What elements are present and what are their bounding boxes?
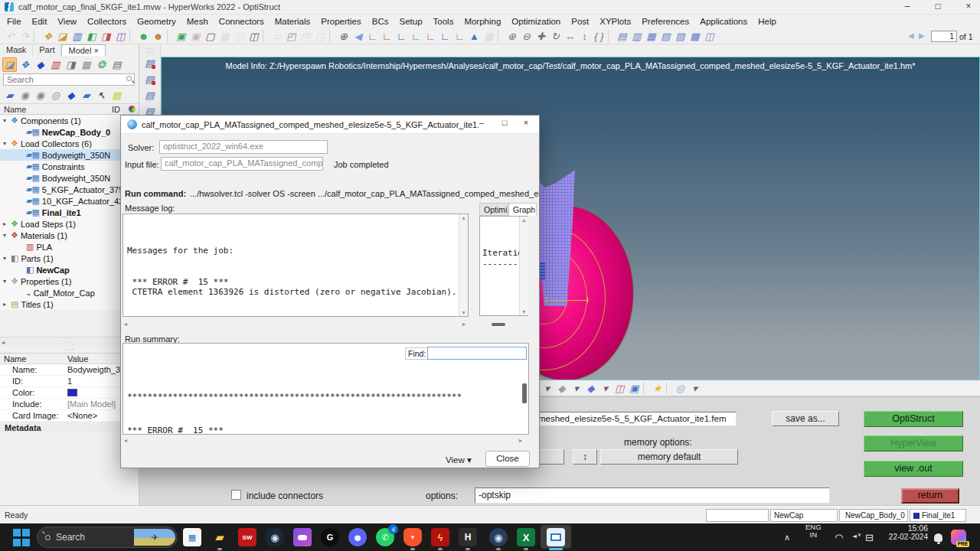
paste-icon[interactable]: ◳	[299, 29, 313, 43]
highlight-icon[interactable]: ▦	[109, 88, 124, 103]
excel-icon[interactable]: X	[517, 528, 535, 546]
display-toolbar-icon[interactable]	[666, 382, 671, 394]
component-view-icon[interactable]: ◆	[33, 57, 47, 72]
menu-morphing[interactable]: Morphing	[459, 15, 506, 28]
toolbar-icon[interactable]	[329, 30, 335, 42]
menu-xyplots[interactable]: XYPlots	[594, 15, 636, 28]
run-summary-scroll-left-icon[interactable]: ◂	[124, 437, 127, 444]
entity-tree-icon[interactable]: ❖	[18, 57, 32, 72]
toolbar-icon[interactable]	[34, 30, 39, 42]
expand-arrow-icon[interactable]: ▾	[3, 255, 11, 262]
menu-connectors[interactable]: Connectors	[214, 15, 270, 28]
zoom-in-icon[interactable]: ⊕	[505, 29, 519, 43]
steam-icon[interactable]: ◉	[266, 528, 284, 546]
pointer-icon[interactable]: ↖	[94, 88, 109, 103]
previous-view-icon[interactable]: ◀	[351, 29, 365, 43]
entity-dropdown-icon[interactable]: ▾	[540, 381, 554, 395]
tree-header-name[interactable]: Name	[0, 105, 112, 114]
tab-close-icon[interactable]: ×	[94, 46, 99, 55]
tree-hscrollbar[interactable]: ◂···▸	[0, 337, 139, 347]
optistruct-button[interactable]: OptiStruct	[864, 411, 963, 427]
layout-1-icon[interactable]: ▤	[615, 29, 629, 43]
whatsapp-icon[interactable]: ✆4	[376, 528, 394, 546]
menu-collectors[interactable]: Collectors	[82, 15, 132, 28]
volume-muted-icon[interactable]	[850, 523, 861, 551]
menu-view[interactable]: View	[52, 15, 82, 28]
expand-arrow-icon[interactable]: ▾	[3, 232, 11, 239]
menu-geometry[interactable]: Geometry	[132, 15, 181, 28]
menu-tools[interactable]: Tools	[428, 15, 459, 28]
axis-zy-icon[interactable]: ∟	[423, 29, 438, 43]
tab-graph[interactable]: Graph	[508, 203, 537, 216]
window-icon[interactable]: ▢	[203, 29, 217, 43]
window-split-icon[interactable]: ◫	[232, 29, 247, 43]
notification-bell-icon[interactable]	[934, 523, 942, 551]
maximize-button[interactable]: □	[925, 0, 951, 15]
dialog-input-file-field[interactable]: calf_motor_cap_PLA_MATassigned_comped_me	[161, 157, 323, 171]
tray-chevron[interactable]: ∧	[784, 523, 790, 551]
monitor-icon[interactable]: ▣	[627, 381, 642, 395]
page-next-icon[interactable]: ▶	[919, 31, 925, 40]
axis-yx-icon[interactable]: ∟	[380, 29, 394, 43]
color-swatch[interactable]	[67, 389, 77, 396]
tree-item[interactable]: ▾ ❖ Properties (1)	[0, 276, 139, 287]
entity-row[interactable]: Card Image: <None>	[0, 410, 139, 422]
layout-3-icon[interactable]: ▦	[644, 29, 658, 43]
dialog-maximize-button[interactable]: □	[495, 118, 514, 127]
save-as-button[interactable]: save as...	[772, 411, 839, 426]
axis-xz-icon[interactable]: ∟	[409, 29, 423, 43]
dialog-close-action-button[interactable]: Close	[485, 451, 530, 467]
expand-arrow-icon[interactable]: ▾	[3, 117, 11, 124]
status-field-component[interactable]: NewCap_Body_0	[839, 509, 908, 522]
axis-zx-icon[interactable]: ∟	[394, 29, 409, 43]
status-field-part[interactable]: NewCap	[770, 509, 838, 522]
tree-item[interactable]: ◧ NewCap	[0, 264, 139, 276]
show-flag-icon[interactable]: ▰	[2, 88, 17, 103]
hide-icon[interactable]: ◎	[48, 88, 63, 103]
tab-part[interactable]: Part	[33, 44, 61, 56]
scroll-left-icon[interactable]: ◂	[2, 339, 5, 346]
tree-item[interactable]: ▰▦ 5_KGF_Actuator_375N	[0, 184, 139, 195]
display-flag-icon[interactable]: ▰	[79, 88, 93, 103]
menu-preferences[interactable]: Preferences	[636, 15, 694, 28]
layout-7-icon[interactable]: ◫	[702, 29, 717, 43]
minimize-button[interactable]: –	[894, 0, 920, 15]
message-log-scroll-right-icon[interactable]: ▸	[462, 321, 466, 328]
page-number-input[interactable]: 1	[931, 31, 957, 42]
hyperworks-taskbar-icon[interactable]: H	[459, 528, 477, 546]
message-log-scroll-left-icon[interactable]: ◂	[124, 321, 127, 328]
export-deck-icon[interactable]: ▤	[142, 88, 157, 103]
solver-browser-icon[interactable]: ▤	[142, 56, 157, 70]
tree-item[interactable]: ◒ Calf_Motor_Cap	[0, 287, 139, 298]
menu-applications[interactable]: Applications	[694, 15, 753, 28]
export-geometry-icon[interactable]: ◨	[99, 29, 113, 43]
hyperview-button[interactable]: HyperView	[864, 435, 963, 452]
find-input[interactable]	[427, 347, 527, 360]
panel-splitter[interactable]: ···	[0, 347, 139, 353]
globe-dropdown-icon[interactable]: ▾	[688, 381, 702, 395]
import-geometry-icon[interactable]: ◧	[84, 29, 99, 43]
steam-alt-icon[interactable]: ◉	[489, 528, 508, 546]
menu-mesh[interactable]: Mesh	[181, 15, 214, 28]
file-explorer-icon[interactable]: ▰	[211, 528, 229, 546]
tree-item[interactable]: ▰▦ Bodyweight_350N	[0, 172, 139, 184]
menu-file[interactable]: File	[2, 15, 27, 28]
clock[interactable]: 15:0622-02-2024	[882, 523, 928, 551]
tree-item[interactable]: ▰▦ Final_ite1	[0, 207, 139, 218]
tree-item[interactable]: ▥ PLA	[0, 241, 139, 253]
tree-item[interactable]: ▸ ▤ Titles (1)	[0, 298, 139, 310]
expand-arrow-icon[interactable]: ▸	[3, 301, 11, 308]
entity-row[interactable]: Include: [Main Model]	[0, 399, 139, 410]
window-swap-icon[interactable]: ◫	[247, 29, 261, 43]
tab-mask[interactable]: Mask	[0, 44, 33, 56]
view-out-button[interactable]: view .out	[864, 461, 963, 477]
view-button[interactable]: View ▾	[446, 455, 472, 465]
tree-item[interactable]: ▸ ❖ Load Steps (1)	[0, 218, 139, 230]
game-controller-icon[interactable]	[293, 528, 312, 546]
expand-arrow-icon[interactable]: ▾	[3, 278, 11, 285]
tree-item[interactable]: ▰▦ NewCap_Body_0	[0, 126, 139, 138]
dialog-close-button[interactable]: ×	[516, 118, 536, 127]
discord-icon[interactable]: ☻	[348, 528, 367, 546]
flip-view-icon[interactable]: ▲	[467, 29, 482, 43]
entity-row[interactable]: Color:	[0, 387, 139, 399]
